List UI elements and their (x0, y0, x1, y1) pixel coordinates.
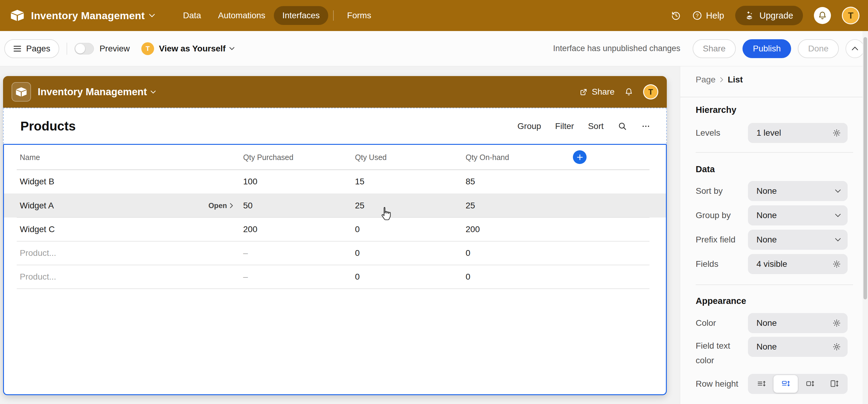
gear-icon[interactable] (832, 260, 841, 268)
color-label: Color (696, 318, 716, 328)
done-button[interactable]: Done (798, 39, 839, 58)
cell-name: Widget C (20, 225, 55, 234)
nav-divider (333, 10, 334, 21)
sort-button[interactable]: Sort (588, 121, 603, 131)
view-as-selector[interactable]: View as Yourself (159, 44, 225, 54)
levels-label: Levels (696, 128, 720, 138)
chevron-down-icon[interactable] (229, 47, 235, 50)
main-nav: Data Automations Interfaces Forms (175, 6, 380, 25)
cell-name: Widget A (20, 201, 54, 210)
cell-qty-on-hand: 0 (466, 272, 470, 282)
row-height-medium-button[interactable] (773, 375, 798, 393)
prefix-field-select[interactable]: None (748, 230, 848, 250)
help-button[interactable]: ? Help (692, 10, 724, 21)
row-height-extra-tall-button[interactable] (822, 375, 846, 393)
history-icon[interactable] (671, 10, 681, 21)
appearance-heading: Appearance (696, 296, 746, 306)
airtable-logo-icon[interactable] (10, 9, 24, 22)
view-as-avatar[interactable]: T (141, 42, 154, 55)
prefix-field-label: Prefix field (696, 235, 736, 244)
app-title[interactable]: Inventory Management (31, 10, 145, 22)
nav-tab-automations[interactable]: Automations (209, 6, 274, 25)
upgrade-button[interactable]: Upgrade (735, 6, 803, 25)
column-header-name[interactable]: Name (20, 153, 40, 162)
bell-icon (817, 11, 827, 20)
row-height-tall-button[interactable] (798, 375, 822, 393)
breadcrumb-page[interactable]: Page (696, 75, 715, 85)
cell-qty-on-hand: 25 (466, 201, 475, 210)
breadcrumb: Page List (696, 75, 743, 85)
chevron-down-icon[interactable] (149, 14, 155, 17)
column-header-qty-purchased[interactable]: Qty Purchased (243, 153, 293, 162)
table-row[interactable]: Product... – 0 0 (4, 241, 666, 265)
cell-qty-on-hand: 200 (466, 225, 480, 234)
cell-qty-on-hand: 85 (466, 177, 475, 186)
open-label: Open (209, 201, 227, 210)
bell-icon[interactable] (624, 87, 633, 96)
nav-tab-forms[interactable]: Forms (339, 6, 380, 25)
page-title: Products (20, 119, 76, 134)
gear-icon[interactable] (832, 319, 841, 327)
scrollbar-track[interactable] (863, 31, 868, 404)
hierarchy-heading: Hierarchy (696, 105, 736, 115)
question-circle-icon: ? (692, 10, 702, 21)
canvas-share-label: Share (592, 87, 615, 97)
chevron-down-icon (835, 213, 841, 217)
open-record-button[interactable]: Open (163, 201, 233, 210)
collapse-toolbar-button[interactable] (845, 39, 864, 58)
field-text-color-setting[interactable]: None (748, 337, 848, 357)
nav-tab-data[interactable]: Data (175, 6, 209, 25)
canvas-user-avatar[interactable]: T (643, 84, 658, 99)
group-by-select[interactable]: None (748, 205, 848, 225)
page-header-section[interactable]: Products Group Filter Sort (3, 108, 667, 144)
share-button[interactable]: Share (693, 39, 736, 58)
gear-icon[interactable] (832, 343, 841, 351)
interface-title[interactable]: Inventory Management (38, 86, 147, 98)
nav-tab-interfaces[interactable]: Interfaces (274, 6, 328, 25)
levels-setting[interactable]: 1 level (748, 123, 848, 143)
pages-button[interactable]: Pages (4, 39, 59, 58)
field-text-color-value: None (756, 342, 777, 352)
publish-button[interactable]: Publish (742, 39, 791, 58)
more-options-icon[interactable] (641, 122, 650, 131)
table-row[interactable]: Widget B 100 15 85 (4, 169, 666, 194)
group-by-value: None (756, 210, 777, 220)
add-field-button[interactable] (573, 150, 587, 164)
app-logo-chip[interactable] (11, 82, 31, 102)
gear-icon[interactable] (832, 129, 841, 137)
chevron-down-icon (835, 238, 841, 241)
cell-name: Product... (20, 248, 56, 258)
settings-panel: Page List Hierarchy Levels 1 level Data … (680, 66, 868, 404)
list-element-selected[interactable]: Name Qty Purchased Qty Used Qty On-hand … (3, 144, 667, 395)
breadcrumb-list: List (727, 75, 743, 85)
fields-setting[interactable]: 4 visible (748, 254, 848, 274)
levels-value: 1 level (756, 128, 781, 138)
sort-by-select[interactable]: None (748, 181, 848, 201)
column-header-qty-used[interactable]: Qty Used (355, 153, 386, 162)
table-row-hovered[interactable]: Widget A Open 50 25 25 (4, 194, 666, 218)
help-label: Help (706, 11, 724, 21)
table-row[interactable]: Widget C 200 0 200 (4, 217, 666, 241)
user-avatar[interactable]: T (842, 7, 860, 24)
share-icon (579, 87, 588, 96)
airtable-logo-icon (16, 87, 27, 97)
group-button[interactable]: Group (518, 121, 541, 131)
cursor-pointer-icon (379, 206, 393, 222)
table-header-row: Name Qty Purchased Qty Used Qty On-hand (4, 145, 666, 169)
preview-toggle[interactable] (74, 43, 94, 54)
sparkle-box-icon (745, 10, 755, 21)
row-height-short-button[interactable] (749, 375, 773, 393)
table-row[interactable]: Product... – 0 0 (4, 265, 666, 289)
cell-name: Widget B (20, 177, 54, 186)
cell-qty-purchased: 200 (243, 225, 257, 234)
filter-button[interactable]: Filter (555, 121, 574, 131)
chevron-down-icon (835, 189, 841, 193)
data-heading: Data (696, 164, 715, 174)
notifications-button[interactable] (814, 7, 831, 24)
color-setting[interactable]: None (748, 313, 848, 333)
search-icon[interactable] (618, 121, 627, 131)
chevron-down-icon[interactable] (150, 90, 156, 94)
column-header-qty-on-hand[interactable]: Qty On-hand (466, 153, 509, 162)
canvas-share-button[interactable]: Share (579, 87, 615, 97)
scrollbar-thumb[interactable] (863, 37, 867, 299)
